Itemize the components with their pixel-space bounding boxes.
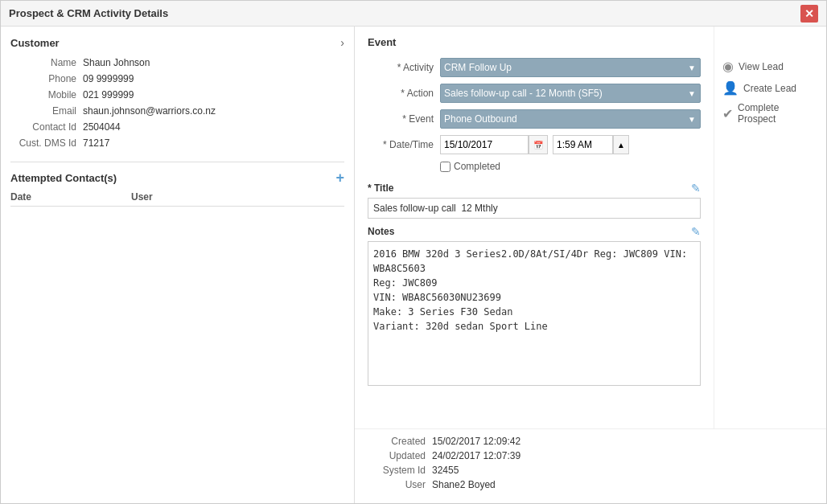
completed-checkbox[interactable] [440,162,451,172]
created-value: 15/02/2017 12:09:42 [432,436,520,447]
action-select-wrapper[interactable]: Sales follow-up call - 12 Month (SF5) [440,84,701,103]
notes-label-row: Notes ✎ [368,225,701,238]
event-row: * Event Phone Outbound [368,109,701,129]
phone-label: Phone [10,73,83,84]
title-label: * Title [368,182,393,194]
create-lead-label: Create Lead [743,83,796,94]
actions-panel: ◉ View Lead 👤 Create Lead ✔ Complete Pro… [714,27,826,428]
name-label: Name [10,57,83,68]
customer-section-title: Customer [10,37,60,49]
created-label: Created [368,436,432,447]
action-select[interactable]: Sales follow-up call - 12 Month (SF5) [440,84,701,103]
dialog-title: Prospect & CRM Activity Details [9,7,168,19]
name-row: Name Shaun Johnson [10,57,344,68]
ampm-button[interactable]: ▲ [613,135,629,154]
datetime-label: * Date/Time [368,139,440,150]
notes-edit-icon[interactable]: ✎ [691,225,701,238]
name-value: Shaun Johnson [83,57,150,68]
cust-dms-label: Cust. DMS Id [10,137,83,149]
action-label: * Action [368,88,440,99]
activity-select-wrapper[interactable]: CRM Follow Up [440,58,701,77]
dialog-body: Customer › Name Shaun Johnson Phone 09 9… [1,27,826,503]
dialog-header: Prospect & CRM Activity Details ✕ [1,1,826,27]
contact-id-label: Contact Id [10,121,83,133]
date-column-header: Date [10,191,131,203]
action-row: * Action Sales follow-up call - 12 Month… [368,84,701,103]
view-lead-action[interactable]: ◉ View Lead [722,59,818,74]
cust-dms-value: 71217 [83,137,109,149]
customer-expand-icon[interactable]: › [340,36,344,49]
time-input[interactable] [553,135,613,154]
contacts-table-header: Date User [10,191,344,207]
title-label-row: * Title ✎ [368,182,701,195]
left-panel: Customer › Name Shaun Johnson Phone 09 9… [1,27,355,503]
title-edit-icon[interactable]: ✎ [691,182,701,195]
user-label: User [368,479,432,490]
right-main: Event * Activity CRM Follow Up * Action [355,27,826,428]
email-row: Email shaun.johnson@warriors.co.nz [10,105,344,117]
event-select-wrapper[interactable]: Phone Outbound [440,109,701,129]
system-id-value: 32455 [432,465,459,476]
meta-section: Created 15/02/2017 12:09:42 Updated 24/0… [355,428,826,503]
create-lead-icon: 👤 [722,80,739,96]
right-panel: Event * Activity CRM Follow Up * Action [355,27,826,503]
contact-id-row: Contact Id 2504044 [10,121,344,133]
complete-prospect-icon: ✔ [722,106,733,121]
event-panel: Event * Activity CRM Follow Up * Action [355,27,714,428]
email-label: Email [10,105,83,117]
system-id-row: System Id 32455 [368,465,813,476]
view-lead-icon: ◉ [722,59,734,74]
add-contact-button[interactable]: + [335,170,344,185]
title-section: * Title ✎ [368,182,701,219]
completed-label: Completed [454,161,500,172]
complete-prospect-label: Complete Prospect [738,102,818,125]
datetime-row: * Date/Time 📅 ▲ [368,135,701,154]
user-row: User Shane2 Boyed [368,479,813,490]
updated-value: 24/02/2017 12:07:39 [432,450,520,461]
attempted-contacts-title: Attempted Contact(s) [10,172,117,184]
email-value: shaun.johnson@warriors.co.nz [83,105,216,117]
title-input[interactable] [368,198,701,219]
created-row: Created 15/02/2017 12:09:42 [368,436,813,447]
mobile-value: 021 999999 [83,89,134,100]
close-button[interactable]: ✕ [800,5,818,23]
notes-textarea[interactable] [368,241,701,386]
updated-row: Updated 24/02/2017 12:07:39 [368,450,813,461]
complete-prospect-action[interactable]: ✔ Complete Prospect [722,102,818,125]
create-lead-action[interactable]: 👤 Create Lead [722,80,818,96]
cust-dms-row: Cust. DMS Id 71217 [10,137,344,149]
attempted-contacts-header: Attempted Contact(s) + [10,170,344,185]
customer-section-header: Customer › [10,36,344,49]
notes-section: Notes ✎ [368,225,701,388]
activity-label: * Activity [368,62,440,73]
user-column-header: User [131,191,344,203]
phone-row: Phone 09 9999999 [10,73,344,84]
view-lead-label: View Lead [739,61,784,72]
date-input[interactable] [440,135,529,154]
updated-label: Updated [368,450,432,461]
calendar-button[interactable]: 📅 [529,135,548,154]
notes-label: Notes [368,226,394,237]
system-id-label: System Id [368,465,432,476]
completed-row: Completed [368,161,701,172]
event-select[interactable]: Phone Outbound [440,109,701,129]
dialog: Prospect & CRM Activity Details ✕ Custom… [0,0,827,504]
event-label: * Event [368,113,440,125]
user-value: Shane2 Boyed [432,479,496,490]
activity-row: * Activity CRM Follow Up [368,58,701,77]
activity-select[interactable]: CRM Follow Up [440,58,701,77]
contact-id-value: 2504044 [83,121,121,133]
event-section-title: Event [368,36,701,48]
divider [10,162,344,162]
mobile-label: Mobile [10,89,83,100]
phone-value: 09 9999999 [83,73,134,84]
mobile-row: Mobile 021 999999 [10,89,344,100]
